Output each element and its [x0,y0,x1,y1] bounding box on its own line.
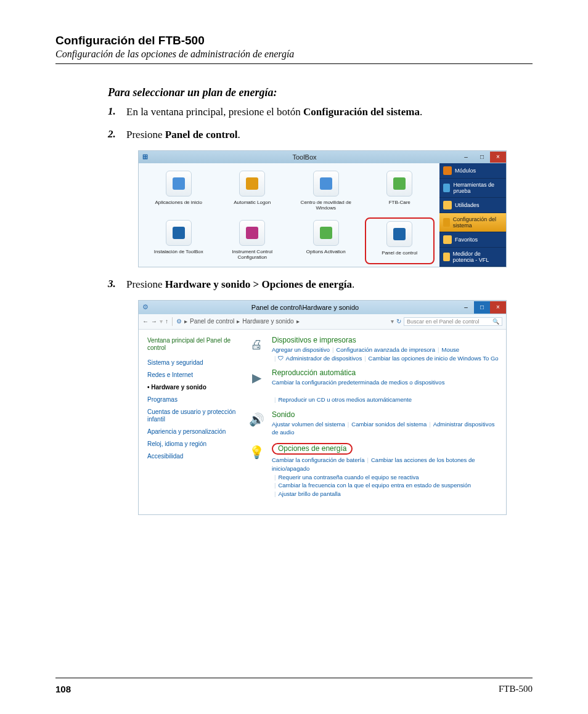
category-title[interactable]: Reproducción automática [272,368,499,377]
step-text: Presione Panel de control. [126,128,533,142]
close-button[interactable]: × [490,152,506,163]
sidebar-category-link[interactable]: Reloj, idioma y región [147,440,240,448]
sidebar-item[interactable]: Favoritos [439,232,506,248]
app-launcher-item[interactable]: FTB-Care [365,168,435,215]
app-launcher-item[interactable]: Panel de control [365,217,435,264]
sidebar-item[interactable]: Configuración del sistema [439,213,506,232]
page-number: 108 [55,684,71,694]
sidebar-item[interactable]: Herramientas de prueba [439,179,506,198]
app-label: FTB-Care [389,200,410,206]
window-titlebar: ⊞ ToolBox – □ × [139,151,506,163]
sidebar-icon [443,235,452,244]
step-number: 1. [108,105,126,120]
sidebar-icon [443,184,450,192]
sidebar-icon [443,218,450,227]
category-title[interactable]: Sonido [272,410,499,419]
step-3: 3. Presione Hardware y sonido > Opciones… [108,278,533,292]
sidebar-category-link[interactable]: Accesibilidad [147,453,240,460]
breadcrumb[interactable]: Panel de control [190,318,234,325]
category-block: 💡Opciones de energíaCambiar la configura… [247,443,499,498]
category-block: 🖨Dispositivos e impresorasAgregar un dis… [247,336,499,363]
sidebar-item-label: Utilidades [455,202,480,208]
sidebar-category-link[interactable]: Redes e Internet [147,371,240,379]
sidebar-item-label: Configuración del sistema [453,216,502,229]
subcategory-link[interactable]: Agregar un dispositivo [272,346,330,353]
app-icon: ⊞ [139,153,151,161]
minimize-button[interactable]: – [458,301,474,314]
step-number: 2. [108,128,126,142]
category-icon: ▶ [247,368,266,387]
subcategory-link[interactable]: Cambiar la frecuencia con la que el equi… [278,482,471,489]
sidebar-icon [443,253,450,261]
step-text: En la ventana principal, presione el bot… [126,105,533,120]
app-launcher-item[interactable]: Options Activation [291,217,361,264]
category-icon: 🔊 [247,410,266,429]
app-icon [166,220,192,246]
subcategory-link[interactable]: Ajustar volumen del sistema [272,421,345,428]
subcategory-link[interactable]: Cambiar la configuración de batería [272,456,365,463]
subcategory-link[interactable]: Cambiar las opciones de inicio de Window… [369,355,499,362]
category-title[interactable]: Dispositivos e impresoras [272,336,499,344]
sidebar-item-label: Herramientas de prueba [453,182,502,194]
category-icon: 🖨 [247,336,266,354]
section-heading: Para seleccionar un plan de energía: [108,86,533,99]
sidebar-heading[interactable]: Ventana principal del Panel de control [147,337,240,352]
app-label: Options Activation [306,249,346,255]
sidebar-item[interactable]: Módulos [439,163,506,179]
page-footer: 108 FTB-500 [55,684,533,694]
subcategory-link[interactable]: Reproducir un CD u otros medios automáti… [278,396,412,403]
app-launcher-item[interactable]: Instrument Control Configuration [218,217,288,264]
figure-control-panel: ⚙ Panel de control\Hardware y sonido – □… [139,301,506,514]
sidebar-item[interactable]: Utilidades [439,198,506,213]
subcategory-link[interactable]: Cambiar sonidos del sistema [351,421,427,428]
breadcrumb[interactable]: Hardware y sonido [242,318,293,325]
app-launcher-item[interactable]: Centro de movilidad de Windows [291,168,361,215]
search-icon: 🔍 [492,318,499,325]
sidebar-category-link[interactable]: Apariencia y personalización [147,428,240,436]
category-block: 🔊SonidoAjustar volumen del sistema|Cambi… [247,410,499,437]
sidebar-category-link[interactable]: Sistema y seguridad [147,359,240,367]
sidebar-item-label: Favoritos [455,237,478,243]
sidebar-icon [443,166,452,175]
up-button[interactable]: ↑ [165,318,168,325]
maximize-button[interactable]: □ [474,301,490,314]
category-title[interactable]: Opciones de energía [272,443,353,455]
app-launcher-item[interactable]: Instalación de ToolBox [144,217,214,264]
sidebar-category-link[interactable]: Programas [147,396,240,404]
sidebar-item[interactable]: Medidor de potencia - VFL [439,248,506,267]
maximize-button[interactable]: □ [474,152,490,163]
sidebar-category-link[interactable]: Cuentas de usuario y protección infantil [147,408,240,423]
figure-toolbox: ⊞ ToolBox – □ × Aplicaciones de inicioAu… [139,151,506,267]
app-icon [386,171,412,197]
subcategory-link[interactable]: Cambiar la configuración predeterminada … [272,379,444,386]
sidebar-item-label: Medidor de potencia - VFL [453,251,502,263]
app-icon [166,171,192,197]
subcategory-link[interactable]: Configuración avanzada de impresora [336,346,435,353]
back-button[interactable]: ← [142,318,149,325]
sidebar-icon [443,201,452,209]
close-button[interactable]: × [490,301,506,314]
app-launcher-item[interactable]: Aplicaciones de inicio [144,168,214,215]
subcategory-link[interactable]: Ajustar brillo de pantalla [278,490,340,497]
app-label: Instalación de ToolBox [154,249,203,255]
search-input[interactable]: Buscar en el Panel de control 🔍 [404,317,502,326]
forward-button[interactable]: → [151,318,157,325]
category-icon: 💡 [247,443,266,461]
subcategory-link[interactable]: Mouse [441,346,459,353]
app-label: Panel de control [382,251,417,256]
app-label: Instrument Control Configuration [224,249,280,261]
subcategory-link[interactable]: 🛡 Administrador de dispositivos [278,355,362,362]
app-icon [313,171,339,197]
app-label: Automatic Logon [234,200,271,206]
minimize-button[interactable]: – [458,152,474,163]
app-icon [313,220,339,246]
category-block: ▶Reproducción automáticaCambiar la confi… [247,368,499,404]
header-rule [55,63,533,64]
refresh-button[interactable]: ↻ [396,318,401,325]
explorer-toolbar: ← → ▾ ↑ ⚙ ▸ Panel de control ▸ Hardware … [139,314,506,330]
step-2: 2. Presione Panel de control. [108,128,533,142]
subcategory-link[interactable]: Requerir una contraseña cuando el equipo… [278,474,419,481]
app-launcher-item[interactable]: Automatic Logon [218,168,288,215]
step-1: 1. En la ventana principal, presione el … [108,105,533,120]
sidebar-category-link[interactable]: Hardware y sonido [147,384,240,391]
